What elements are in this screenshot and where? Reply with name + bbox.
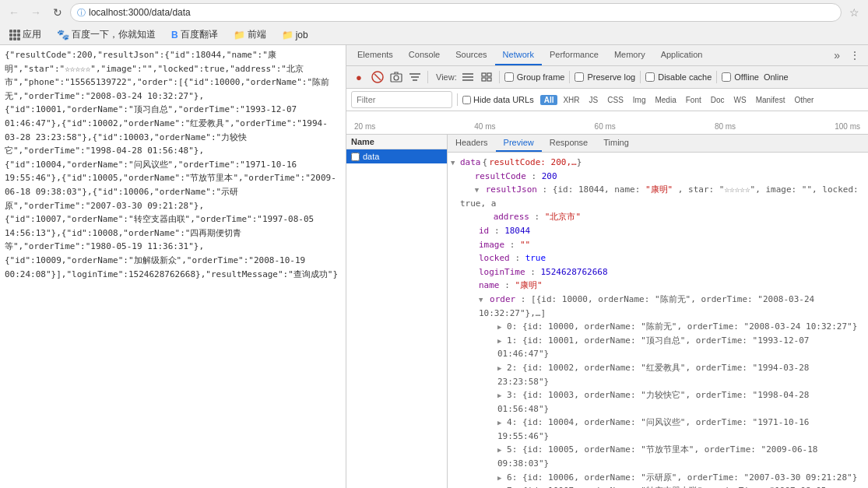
list-view-button[interactable]: [460, 69, 476, 85]
order-item-5: ▶ 5: {id: 10005, orderName: "节放节里本", ord…: [451, 443, 865, 470]
filter-manifest-button[interactable]: Manifest: [752, 95, 789, 105]
bookmark-translate[interactable]: B 百度翻译: [167, 26, 223, 43]
order-toggle[interactable]: ▼: [479, 296, 483, 304]
order-key: order: [490, 294, 515, 304]
image-value: "": [520, 240, 530, 250]
group-frame-checkbox[interactable]: [504, 72, 514, 82]
devtools-more-button[interactable]: »: [829, 46, 845, 65]
address-bar[interactable]: ⓘ localhost:3000/data/data: [70, 3, 842, 22]
tab-elements-label: Elements: [357, 50, 393, 59]
filter-toggle-button[interactable]: [407, 69, 423, 85]
tab-console-label: Console: [409, 50, 440, 59]
order-item-toggle-1[interactable]: ▶: [497, 337, 501, 345]
root-toggle[interactable]: ▼: [451, 157, 459, 168]
toolbar-separator-3: [569, 71, 570, 83]
svg-point-3: [394, 75, 399, 80]
tab-performance[interactable]: Performance: [542, 45, 606, 65]
bookmark-frontend[interactable]: 📁 前端: [229, 26, 271, 43]
name-row: name : "康明": [451, 279, 865, 293]
order-item-0: ▶ 0: {id: 10000, orderName: "陈前无", order…: [451, 320, 865, 334]
tab-elements[interactable]: Elements: [350, 45, 401, 65]
detail-preview-label: Preview: [504, 138, 534, 147]
login-time-key: loginTime: [479, 267, 525, 277]
tab-memory[interactable]: Memory: [606, 45, 653, 65]
tab-application[interactable]: Application: [653, 45, 711, 65]
bookmark-frontend-label: 前端: [248, 28, 266, 41]
filter-font-button[interactable]: Font: [682, 95, 705, 105]
group-frame-checkbox-group[interactable]: Group frame: [504, 72, 565, 82]
filter-media-button[interactable]: Media: [651, 95, 680, 105]
preserve-log-checkbox[interactable]: [575, 72, 584, 82]
back-button[interactable]: ←: [5, 3, 23, 22]
order-item-toggle-0[interactable]: ▶: [497, 323, 501, 331]
result-code-row: resultCode : 200: [451, 170, 865, 184]
clear-button[interactable]: [370, 69, 385, 85]
locked-key: locked: [479, 253, 510, 263]
disable-cache-checkbox[interactable]: [645, 72, 655, 82]
svg-rect-10: [482, 73, 486, 76]
order-item-toggle-5[interactable]: ▶: [497, 446, 501, 454]
order-item-toggle-2[interactable]: ▶: [497, 364, 501, 372]
bookmark-job-label: job: [296, 30, 308, 40]
filter-css-button[interactable]: CSS: [603, 95, 627, 105]
request-item-data[interactable]: data: [346, 149, 447, 163]
filter-input[interactable]: [351, 91, 452, 108]
tab-sources[interactable]: Sources: [448, 45, 494, 65]
filter-all-button[interactable]: All: [540, 95, 558, 105]
filter-img-button[interactable]: Img: [629, 95, 650, 105]
colon-order: : [{id: 10000, orderName: "陈前无", orderTi…: [479, 294, 814, 318]
order-item-toggle-6[interactable]: ▶: [497, 474, 501, 482]
record-button[interactable]: ●: [351, 69, 367, 85]
main-area: {"resultCode":200,"resultJson":{"id":180…: [0, 45, 868, 488]
detail-tab-headers[interactable]: Headers: [448, 135, 496, 152]
tab-console[interactable]: Console: [401, 45, 448, 65]
folder-icon-2: 📁: [282, 30, 293, 40]
detail-panel: Headers Preview Response Timing: [448, 135, 868, 488]
screenshot-button[interactable]: [388, 69, 404, 85]
bookmark-apps[interactable]: 应用: [5, 26, 46, 43]
refresh-button[interactable]: ↻: [48, 3, 67, 22]
tree-view-button[interactable]: [479, 69, 494, 85]
tab-performance-label: Performance: [550, 50, 599, 59]
bookmark-baidu[interactable]: 🐾 百度一下，你就知道: [52, 26, 160, 43]
timeline-label-40ms: 40 ms: [474, 122, 495, 131]
order-items-container: ▶ 0: {id: 10000, orderName: "陈前无", order…: [451, 320, 865, 488]
hide-data-urls-group[interactable]: Hide data URLs: [462, 95, 534, 104]
filter-js-button[interactable]: JS: [585, 95, 603, 105]
toolbar-separator-4: [640, 71, 641, 83]
browser-window: ← → ↻ ⓘ localhost:3000/data/data ☆ 应用: [0, 0, 868, 488]
filter-xhr-button[interactable]: XHR: [559, 95, 583, 105]
bookmark-job[interactable]: 📁 job: [277, 28, 313, 42]
list-view-icon: [462, 72, 473, 82]
preserve-log-label: Preserve log: [587, 72, 635, 82]
result-json-toggle[interactable]: ▼: [475, 186, 479, 194]
order-item-3: ▶ 3: {id: 10003, orderName: "力较快它", orde…: [451, 388, 865, 416]
request-item-checkbox[interactable]: [351, 153, 360, 161]
devtools-menu-button[interactable]: ⋮: [845, 46, 865, 65]
hide-data-urls-checkbox[interactable]: [462, 96, 471, 104]
apps-grid-icon: [9, 30, 20, 40]
translate-icon: B: [171, 30, 178, 40]
filter-other-button[interactable]: Other: [790, 95, 817, 105]
detail-tab-response[interactable]: Response: [542, 135, 596, 152]
order-item-toggle-4[interactable]: ▶: [497, 419, 501, 427]
preserve-log-checkbox-group[interactable]: Preserve log: [575, 72, 635, 82]
requests-name-header: Name: [351, 137, 374, 146]
disable-cache-checkbox-group[interactable]: Disable cache: [645, 72, 712, 82]
filter-doc-button[interactable]: Doc: [707, 95, 729, 105]
bookmark-star-button[interactable]: ☆: [845, 3, 863, 22]
offline-checkbox[interactable]: [722, 72, 731, 82]
forward-button[interactable]: →: [26, 3, 45, 22]
detail-tab-timing[interactable]: Timing: [596, 135, 637, 152]
filter-ws-button[interactable]: WS: [730, 95, 750, 105]
bookmark-baidu-label: 百度一下，你就知道: [72, 28, 156, 41]
name-value: "康明": [515, 280, 542, 290]
name-preview: "康明": [645, 184, 673, 195]
image-key: image: [479, 240, 504, 250]
order-item-toggle-3[interactable]: ▶: [497, 391, 501, 399]
colon-id: :: [494, 226, 504, 236]
timeline-labels: 20 ms 40 ms 60 ms 80 ms 100 ms: [346, 122, 868, 134]
tab-network[interactable]: Network: [495, 45, 542, 65]
detail-tab-preview[interactable]: Preview: [496, 135, 542, 152]
offline-checkbox-group[interactable]: Offline: [722, 72, 759, 82]
